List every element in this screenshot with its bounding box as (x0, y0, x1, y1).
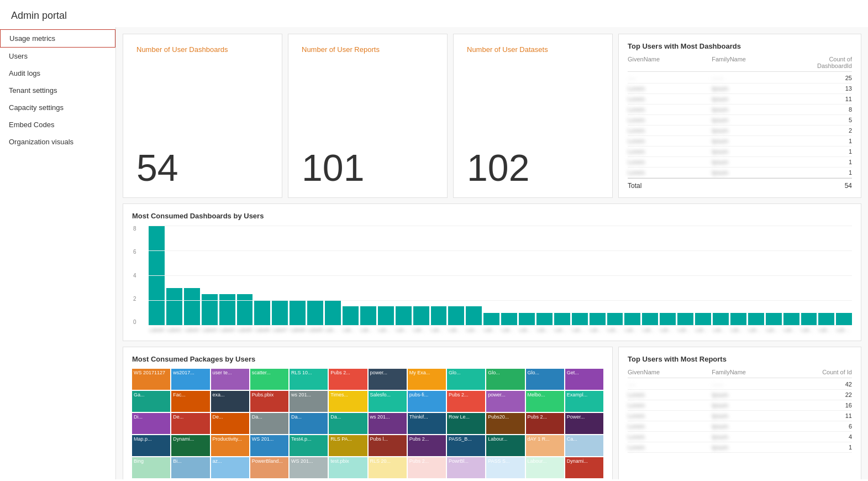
top-reports-title: Top Users with Most Reports (628, 355, 852, 363)
treemap-cell: scatter... (250, 369, 288, 390)
bar (431, 306, 447, 325)
treemap-cell: PowrBl... (447, 457, 485, 478)
packages-title: Most Consumed Packages by Users (132, 355, 603, 363)
top-reports-rows: ----------42LoremIpsum22LoremIpsum16Lore… (628, 379, 852, 453)
bar (766, 313, 782, 326)
bar (818, 313, 834, 326)
treemap-cell: Glo... (447, 369, 485, 390)
bar (184, 288, 200, 326)
treemap-cell: WS 201... (250, 435, 288, 456)
table-row: LoremIpsum11 (628, 94, 852, 104)
table-row: LoremIpsum1 (628, 168, 852, 178)
treemap: WS 20171127ws2017...user te...scatter...… (132, 369, 603, 479)
bar (572, 313, 588, 326)
sidebar-item-capacity-settings[interactable]: Capacity settings (0, 99, 115, 116)
bar (660, 313, 676, 326)
treemap-cell: Pubs 2... (447, 391, 485, 412)
treemap-cell: Labour... (526, 457, 564, 478)
dashboards-title: Number of User Dashboards (136, 45, 269, 54)
col-count-r: Count of Id (796, 369, 853, 375)
bar (695, 313, 711, 326)
treemap-cell: Glo... (486, 369, 524, 390)
bar (783, 313, 799, 326)
top-dashboards-total: Total 54 (628, 178, 852, 190)
dashboards-stat-card: Number of User Dashboards 54 (123, 34, 282, 198)
sidebar-item-tenant-settings[interactable]: Tenant settings (0, 82, 115, 99)
treemap-cell: user te... (211, 369, 249, 390)
x-axis-labels: Label0Label1Label2Label3Label4Label5Labe… (149, 327, 852, 333)
datasets-stat-card: Number of User Datasets 102 (453, 34, 613, 198)
col-count: Count of DashboardId (796, 56, 853, 69)
table-row: ----------42 (628, 379, 852, 390)
table-row: LoremIpsum11 (628, 411, 852, 421)
treemap-cell: PASS S... (486, 457, 524, 478)
bar (272, 300, 288, 325)
bar (149, 226, 165, 325)
bar (166, 288, 182, 326)
bar-chart-title: Most Consumed Dashboards by Users (132, 212, 852, 220)
sidebar-item-embed-codes[interactable]: Embed Codes (0, 116, 115, 133)
bar (360, 306, 376, 325)
treemap-cell: Bi... (171, 457, 209, 478)
reports-stat-card: Number of User Reports 101 (288, 34, 448, 198)
reports-title: Number of User Reports (302, 45, 434, 54)
main-content: Number of User Dashboards 54 Number of U… (116, 27, 868, 479)
col-family-name: FamilyName (712, 56, 796, 69)
top-dashboards-rows: ----------25LoremIpsum13LoremIpsum11Lore… (628, 73, 852, 178)
packages-panel: Most Consumed Packages by Users WS 20171… (123, 347, 613, 479)
treemap-cell: Bing (132, 457, 170, 478)
table-row: LoremIpsum4 (628, 432, 852, 442)
table-row: ----------25 (628, 73, 852, 83)
bar (396, 306, 412, 325)
bar (466, 306, 482, 325)
treemap-cell: PowerBland... (250, 457, 288, 478)
table-row: LoremIpsum1 (628, 442, 852, 453)
bar (343, 306, 359, 325)
treemap-cell: De... (211, 413, 249, 434)
bar (219, 294, 235, 325)
treemap-cell: pubs-fi... (408, 391, 446, 412)
treemap-cell: De... (171, 413, 209, 434)
top-reports-panel: Top Users with Most Reports GivenName Fa… (618, 347, 861, 479)
bar (237, 294, 253, 325)
table-row: LoremIpsum6 (628, 421, 852, 432)
treemap-cell: Salesfo... (369, 391, 407, 412)
treemap-cell: test.pbix (329, 457, 367, 478)
bar (413, 306, 429, 325)
treemap-cell: Di... (132, 413, 170, 434)
bar (677, 313, 693, 326)
treemap-cell: Da... (329, 413, 367, 434)
sidebar-item-audit-logs[interactable]: Audit logs (0, 65, 115, 82)
treemap-cell: az... (211, 457, 249, 478)
treemap-cell: power... (486, 391, 524, 412)
top-dashboards-panel: Top Users with Most Dashboards GivenName… (618, 34, 861, 198)
table-row: LoremIpsum13 (628, 83, 852, 94)
table-row: LoremIpsum16 (628, 400, 852, 411)
treemap-cell: WS 20171127 (132, 369, 170, 390)
top-reports-header: GivenName FamilyName Count of Id (628, 369, 852, 378)
table-row: LoremIpsum1 (628, 157, 852, 168)
sidebar: Usage metrics Users Audit logs Tenant se… (0, 27, 116, 479)
treemap-cell: dAY 1 R... (526, 435, 564, 456)
sidebar-item-org-visuals[interactable]: Organization visuals (0, 133, 115, 150)
treemap-cell: Pubs20... (486, 413, 524, 434)
treemap-cell: Dynami... (565, 457, 603, 478)
treemap-cell: ws 201... (290, 391, 328, 412)
treemap-cell: power... (369, 369, 407, 390)
bar (624, 313, 640, 326)
table-row: LoremIpsum5 (628, 115, 852, 126)
top-dashboards-title: Top Users with Most Dashboards (628, 42, 852, 50)
treemap-cell: Pubs 2... (526, 413, 564, 434)
treemap-cell: ws 201... (369, 413, 407, 434)
treemap-cell: Ga... (132, 391, 170, 412)
sidebar-item-usage-metrics[interactable]: Usage metrics (0, 29, 115, 48)
bar (748, 313, 764, 326)
treemap-cell: Pubs 2... (329, 369, 367, 390)
bar (836, 313, 852, 326)
table-row: LoremIpsum22 (628, 390, 852, 400)
treemap-cell: PASS_B... (447, 435, 485, 456)
treemap-cell: Pubs l... (369, 435, 407, 456)
bar-chart-panel: Most Consumed Dashboards by Users 0 2 4 … (123, 203, 861, 341)
sidebar-item-users[interactable]: Users (0, 48, 115, 65)
reports-value: 101 (302, 149, 434, 186)
